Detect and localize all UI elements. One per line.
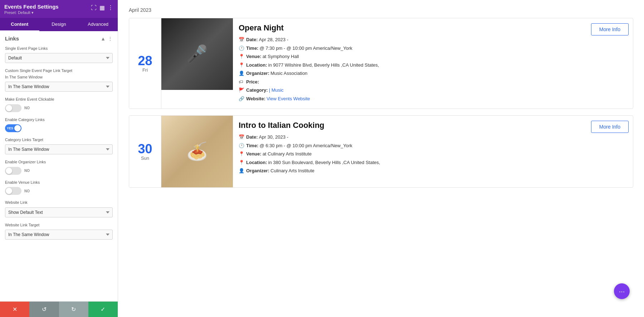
redo-icon: ↻ xyxy=(71,306,76,313)
single-event-page-links-field: Single Event Page Links Default xyxy=(5,46,113,63)
category-label-opera: Category: xyxy=(246,87,268,94)
save-button[interactable]: ✓ xyxy=(88,302,118,317)
tab-content[interactable]: Content xyxy=(0,18,39,31)
undo-button[interactable]: ↺ xyxy=(29,302,59,317)
custom-single-event-label: Custom Single Event Page Link Target In … xyxy=(5,68,113,80)
clock-icon-opera: 🕐 xyxy=(239,45,244,52)
section-options-icon[interactable]: ⋮ xyxy=(108,36,113,42)
links-section-header: Links ▲ ⋮ xyxy=(5,35,113,42)
calendar-icon-opera: 📅 xyxy=(239,36,244,43)
event-image-cooking xyxy=(161,116,233,187)
enable-category-links-label: Enable Category Links xyxy=(5,117,113,123)
enable-organizer-links-toggle[interactable] xyxy=(5,167,21,175)
panel-header: Events Feed Settings Preset: Default ▾ ⛶… xyxy=(0,0,118,18)
toggle-knob-venue xyxy=(6,188,12,194)
tab-design[interactable]: Design xyxy=(39,18,79,31)
venue-label-cooking: Venue: xyxy=(246,150,262,158)
fullscreen-icon[interactable]: ⛶ xyxy=(91,5,97,11)
event-details-opera: Opera Night 📅 Date: Apr 28, 2023 - 🕐 Tim… xyxy=(233,18,587,109)
custom-single-event-target-select[interactable]: In The Same Window xyxy=(5,82,113,92)
category-links-target-label: Category Links Target xyxy=(5,137,113,143)
price-label-opera: Price: xyxy=(246,78,259,86)
event-day-num-opera: 28 xyxy=(138,54,152,67)
location-icon-opera: 📍 xyxy=(239,62,244,69)
links-section-title: Links xyxy=(5,35,19,42)
venue-value-cooking: at Culinary Arts Institute xyxy=(263,150,312,158)
location-row-opera: 📍 Location: in 9077 Wilshire Blvd, Bever… xyxy=(239,62,581,69)
event-day-name-opera: Fri xyxy=(142,67,148,73)
organizer-icon-cooking: 👤 xyxy=(239,167,244,174)
calendar-icon-cooking: 📅 xyxy=(239,134,244,141)
make-entire-event-toggle[interactable] xyxy=(5,104,21,112)
panel-preset[interactable]: Preset: Default ▾ xyxy=(4,10,59,15)
toggle-yes-label: YES xyxy=(7,124,13,132)
more-options-icon[interactable]: ⋮ xyxy=(108,4,113,11)
month-label: April 2023 xyxy=(129,7,633,13)
floating-action-button[interactable]: ··· xyxy=(614,283,630,299)
left-panel: Events Feed Settings Preset: Default ▾ ⛶… xyxy=(0,0,118,317)
time-value-opera: @ 7:30 pm - @ 10:00 pm America/New_York xyxy=(259,45,352,52)
enable-venue-toggle-label: NO xyxy=(24,189,30,193)
website-row-opera: 🔗 Website: View Events Website xyxy=(239,95,581,102)
price-row-opera: 🏷 Price: xyxy=(239,78,581,86)
cancel-button[interactable]: ✕ xyxy=(0,302,29,317)
time-row-opera: 🕐 Time: @ 7:30 pm - @ 10:00 pm America/N… xyxy=(239,45,581,52)
more-info-button-cooking[interactable]: More Info xyxy=(591,121,629,133)
event-date-box-cooking: 30 Sun xyxy=(129,116,161,187)
enable-category-links-toggle[interactable]: YES xyxy=(5,124,21,132)
organizer-icon-opera: 👤 xyxy=(239,70,244,77)
more-info-area-cooking: More Info xyxy=(587,116,633,187)
enable-venue-links-label: Enable Venue Links xyxy=(5,180,113,185)
category-links-target-select[interactable]: In The Same Window xyxy=(5,144,113,154)
website-link-target-label: Website Link Target xyxy=(5,222,113,228)
make-entire-event-toggle-row: NO xyxy=(5,104,113,112)
organizer-row-opera: 👤 Organizer: Music Association xyxy=(239,70,581,77)
enable-venue-links-toggle-row: NO xyxy=(5,187,113,195)
panel-title: Events Feed Settings xyxy=(4,4,59,10)
location-row-cooking: 📍 Location: in 380 Sun Boulevard, Beverl… xyxy=(239,159,581,166)
layout-icon[interactable]: ▦ xyxy=(99,4,105,11)
organizer-row-cooking: 👤 Organizer: Culinary Arts Institute xyxy=(239,167,581,174)
website-label-opera: Website: xyxy=(246,95,265,102)
enable-organizer-links-label: Enable Organizer Links xyxy=(5,159,113,165)
event-title-cooking: Intro to Italian Cooking xyxy=(239,121,581,130)
price-icon-opera: 🏷 xyxy=(239,78,244,86)
event-card-opera: 28 Fri Opera Night 📅 Date: Apr 28, 2023 … xyxy=(129,18,633,109)
website-icon-opera: 🔗 xyxy=(239,95,244,102)
event-title-opera: Opera Night xyxy=(239,23,581,33)
organizer-value-cooking: Culinary Arts Institute xyxy=(270,167,314,174)
date-value-opera: Apr 28, 2023 - xyxy=(259,36,288,43)
website-value-opera[interactable]: View Events Website xyxy=(267,95,310,102)
make-entire-event-clickable-field: Make Entire Event Clickable NO xyxy=(5,97,113,112)
redo-button[interactable]: ↻ xyxy=(59,302,88,317)
date-value-cooking: Apr 30, 2023 - xyxy=(259,134,288,141)
clock-icon-cooking: 🕐 xyxy=(239,142,244,149)
event-date-box-opera: 28 Fri xyxy=(129,18,161,109)
website-link-target-select[interactable]: In The Same Window xyxy=(5,230,113,240)
make-entire-event-clickable-label: Make Entire Event Clickable xyxy=(5,97,113,102)
cancel-icon: ✕ xyxy=(13,306,17,313)
time-label-cooking: Time: xyxy=(246,142,258,149)
date-row-cooking: 📅 Date: Apr 30, 2023 - xyxy=(239,134,581,141)
category-links-target-field: Category Links Target In The Same Window xyxy=(5,137,113,154)
enable-venue-links-toggle[interactable] xyxy=(5,187,21,195)
more-info-button-opera[interactable]: More Info xyxy=(591,23,629,35)
category-icon-opera: 🚩 xyxy=(239,87,244,94)
website-link-field: Website Link Show Default Text xyxy=(5,200,113,217)
website-link-select[interactable]: Show Default Text xyxy=(5,207,113,217)
venue-row-cooking: 📍 Venue: at Culinary Arts Institute xyxy=(239,150,581,158)
date-label-cooking: Date: xyxy=(246,134,258,141)
single-event-page-links-label: Single Event Page Links xyxy=(5,46,113,51)
organizer-label-cooking: Organizer: xyxy=(246,167,269,174)
date-row-opera: 📅 Date: Apr 28, 2023 - xyxy=(239,36,581,43)
single-event-page-links-select[interactable]: Default xyxy=(5,53,113,63)
event-card-cooking: 30 Sun Intro to Italian Cooking 📅 Date: … xyxy=(129,115,633,188)
panel-body: Links ▲ ⋮ Single Event Page Links Defaul… xyxy=(0,31,118,301)
category-value-opera[interactable]: | Music xyxy=(269,87,284,94)
floating-dots-icon: ··· xyxy=(619,287,625,296)
collapse-icon[interactable]: ▲ xyxy=(101,36,106,42)
toggle-knob-organizer xyxy=(6,168,12,174)
venue-icon-cooking: 📍 xyxy=(239,150,244,158)
location-value-cooking: in 380 Sun Boulevard, Beverly Hills ,CA … xyxy=(268,159,380,166)
tab-advanced[interactable]: Advanced xyxy=(78,18,118,31)
